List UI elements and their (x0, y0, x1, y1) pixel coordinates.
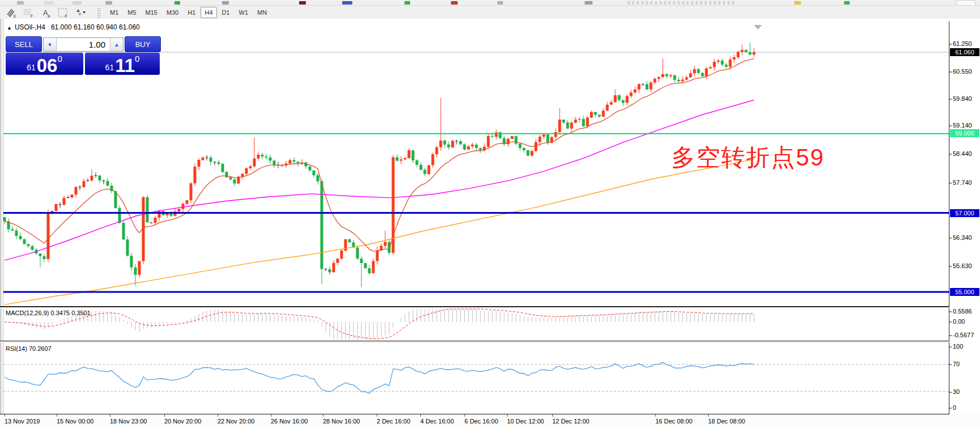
toolbar-button-partial[interactable] (105, 1, 112, 5)
toolbar-button-partial[interactable] (628, 1, 735, 5)
time-axis-label: 12 Dec 12:00 (552, 418, 589, 425)
grid-tool-button[interactable]: F (22, 7, 36, 18)
price-badge: 55.000 (950, 288, 979, 296)
axis-tick-label: 60.550 (953, 68, 972, 75)
timeframe-button-D1[interactable]: D1 (218, 7, 234, 18)
volume-decrease-button[interactable]: ▼ (44, 38, 57, 51)
time-tick (271, 414, 271, 417)
time-axis-label: 10 Dec 12:00 (507, 418, 544, 425)
arrange-tool-button[interactable] (73, 7, 87, 18)
sell-price-sup: 0 (57, 54, 62, 63)
svg-text:F: F (31, 14, 33, 18)
buy-price-small: 61 (105, 63, 114, 72)
axis-tick-label: 59.840 (953, 95, 972, 102)
time-tick (57, 414, 57, 417)
collapse-triangle-icon[interactable]: ▲ (7, 25, 12, 31)
crayon-tool-button[interactable]: E (5, 7, 19, 18)
time-axis-label: 18 Dec 08:00 (708, 418, 745, 425)
axis-tick-label: 0.00 (953, 318, 965, 325)
sell-button[interactable]: SELL (6, 36, 42, 52)
textbox-tool-button[interactable]: T (56, 7, 70, 18)
timeframe-button-H1[interactable]: H1 (184, 7, 199, 18)
timeframe-button-MN[interactable]: MN (253, 7, 271, 18)
toolbar-button-partial[interactable] (404, 1, 410, 5)
time-axis-label: 16 Dec 08:00 (655, 418, 692, 425)
arrange-icon (74, 7, 86, 18)
price-badge: 61.060 (950, 48, 979, 56)
symbol-name: USOil-,H4 (15, 23, 45, 31)
rsi-chart-canvas[interactable] (0, 342, 980, 414)
toolbar-button-partial[interactable] (17, 1, 24, 5)
svg-text:T: T (65, 14, 67, 18)
time-axis-label: 4 Dec 16:00 (420, 418, 454, 425)
toolbar-button-partial[interactable] (844, 1, 850, 5)
toolbar-top-row (0, 0, 980, 6)
buy-button[interactable]: BUY (125, 36, 161, 52)
time-axis-label: 28 Nov 16:00 (323, 418, 360, 425)
rsi-indicator-label: RSI(14) 70.2607 (6, 345, 52, 352)
timeframe-button-M5[interactable]: M5 (123, 7, 140, 18)
macd-chart-canvas[interactable] (0, 308, 980, 341)
time-tick (507, 414, 508, 417)
toolbar-button-partial[interactable] (497, 1, 503, 5)
toolbar: EFAAT M1M5M15M30H1H4D1W1MN (0, 6, 980, 19)
time-tick (164, 414, 165, 417)
timeframe-button-W1[interactable]: W1 (235, 7, 253, 18)
chevron-up-icon: ▲ (114, 42, 120, 48)
price-badge: 59.000 (950, 129, 979, 137)
toolbar-button-partial[interactable] (222, 1, 229, 5)
time-tick (655, 414, 656, 417)
axis-tick-label: 59.140 (953, 122, 972, 129)
timeframe-button-M30[interactable]: M30 (163, 7, 182, 18)
time-axis-label: 20 Nov 20:00 (164, 418, 201, 425)
buy-price-box[interactable]: 61110 (85, 53, 160, 75)
macd-indicator-label: MACD(12,26,9) 0.3475 0.3501 (6, 310, 91, 316)
axis-tick-label: 56.340 (953, 234, 972, 241)
sell-price-big: 06 (37, 57, 58, 74)
letter-tool-button[interactable]: AA (39, 7, 53, 18)
toolbar-button-partial[interactable] (73, 1, 82, 5)
axis-tick-label: 100 (953, 343, 963, 350)
timeframe-button-M1[interactable]: M1 (106, 7, 122, 18)
toolbar-button-partial[interactable] (44, 1, 53, 5)
axis-tick-label: 0.5586 (953, 308, 972, 315)
time-tick (465, 414, 465, 417)
toolbar-button-partial[interactable] (794, 1, 801, 5)
toolbar-corner-tab[interactable] (956, 0, 975, 5)
mt4-window: EFAAT M1M5M15M30H1H4D1W1MN ▲USOil-,H461.… (0, 0, 980, 428)
time-axis-label: 15 Nov 00:00 (57, 418, 93, 425)
sell-price-box[interactable]: 61060 (6, 53, 83, 75)
timeframe-button-H4[interactable]: H4 (201, 7, 216, 18)
timeframe-button-M15[interactable]: M15 (142, 7, 161, 18)
chevron-down-icon: ▼ (48, 42, 53, 48)
toolbar-button-partial[interactable] (299, 1, 306, 5)
ohlc-values: 61.000 61.160 60.940 61.060 (51, 23, 140, 31)
axis-tick-label: 0 (953, 404, 956, 411)
grid-icon: F (23, 7, 35, 18)
chart-annotation-text: 多空转折点59 (671, 142, 825, 173)
toolbar-button-partial[interactable] (451, 1, 458, 5)
buy-price-big: 11 (115, 57, 135, 74)
time-tick (218, 414, 218, 417)
price-badge: 57.000 (950, 209, 979, 217)
axis-tick-label: 58.440 (953, 150, 972, 157)
sell-price-small: 61 (27, 63, 36, 72)
toolbar-button-partial[interactable] (342, 1, 352, 5)
svg-text:E: E (14, 14, 16, 18)
volume-input[interactable] (57, 38, 110, 51)
volume-increase-button[interactable]: ▲ (110, 38, 123, 51)
time-tick (5, 414, 5, 417)
time-tick (708, 414, 709, 417)
axis-tick-label: 70 (953, 361, 960, 367)
toolbar-grip[interactable] (96, 7, 101, 18)
axis-tick-label: -0.5677 (953, 332, 974, 338)
toolbar-button-partial[interactable] (174, 1, 180, 5)
time-axis-label: 6 Dec 16:00 (465, 418, 498, 425)
time-axis-label: 18 Nov 23:00 (110, 418, 147, 425)
crayon-icon: E (6, 7, 18, 18)
time-tick (552, 414, 553, 417)
time-axis-label: 26 Nov 16:00 (271, 418, 308, 425)
buy-price-sup: 0 (135, 54, 139, 63)
time-axis-label: 2 Dec 16:00 (377, 418, 410, 425)
toolbar-button-partial[interactable] (585, 1, 593, 5)
